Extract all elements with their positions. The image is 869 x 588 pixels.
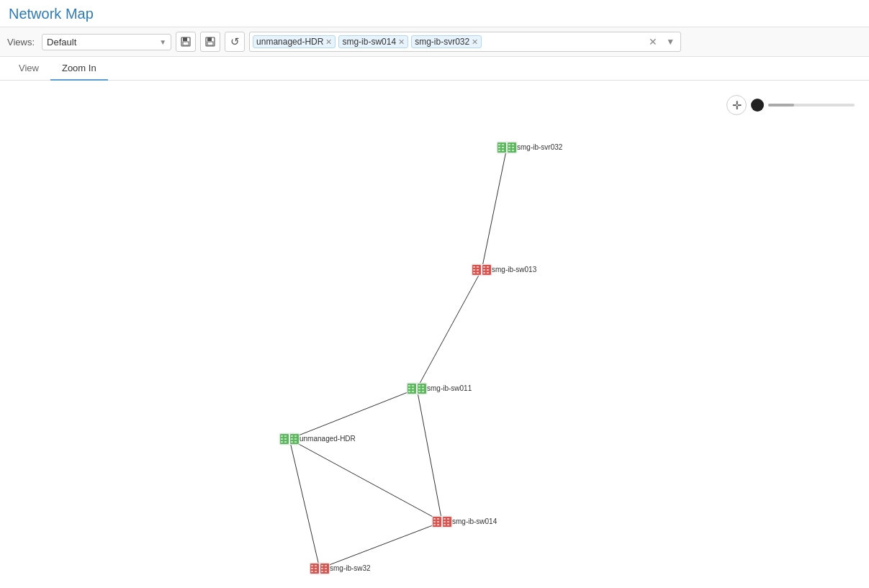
tab-zoom-in[interactable]: Zoom In	[50, 57, 108, 81]
node-smg-ib-sw013[interactable]: smg-ib-sw013	[472, 264, 537, 276]
svg-rect-16	[508, 144, 510, 145]
remove-filter-sw014[interactable]: ✕	[398, 38, 405, 46]
svg-rect-81	[447, 524, 449, 525]
svg-rect-32	[487, 266, 489, 268]
svg-rect-58	[284, 438, 287, 440]
svg-rect-43	[412, 388, 414, 389]
svg-rect-47	[422, 385, 424, 386]
svg-rect-41	[412, 385, 414, 386]
svg-rect-66	[294, 441, 297, 443]
svg-rect-87	[311, 568, 313, 569]
svg-rect-64	[294, 438, 297, 440]
tabs-bar: View Zoom In	[0, 57, 869, 81]
svg-rect-10	[498, 144, 500, 145]
remove-filter-svr032[interactable]: ✕	[472, 38, 478, 46]
svg-rect-74	[433, 524, 436, 525]
svg-text:+: +	[212, 37, 215, 41]
remove-filter-unmanaged[interactable]: ✕	[325, 38, 332, 46]
svg-rect-57	[281, 438, 283, 440]
svg-rect-40	[408, 385, 410, 386]
node-label-smg-ib-sw32: smg-ib-sw32	[330, 564, 371, 572]
svg-rect-55	[281, 435, 283, 437]
svg-rect-89	[311, 571, 313, 572]
node-label-unmanaged-HDR: unmanaged-HDR	[300, 435, 356, 443]
svg-rect-44	[408, 391, 410, 392]
svg-rect-91	[321, 565, 323, 566]
svg-rect-76	[443, 518, 446, 520]
clear-filters-button[interactable]: ✕	[646, 36, 660, 48]
node-unmanaged-HDR[interactable]: unmanaged-HDR	[279, 433, 356, 445]
filter-tag-svr032[interactable]: smg-ib-svr032 ✕	[411, 35, 482, 48]
svg-rect-95	[321, 571, 323, 572]
page-title: Network Map	[0, 0, 869, 27]
node-smg-ib-sw011[interactable]: smg-ib-sw011	[407, 383, 472, 394]
svg-rect-29	[473, 272, 475, 273]
filter-dropdown-icon[interactable]: ▼	[663, 37, 677, 47]
svg-rect-75	[437, 524, 439, 525]
svg-rect-27	[473, 269, 475, 271]
edge-smg-ib-sw011-smg-ib-sw014	[417, 389, 442, 522]
svg-rect-70	[433, 518, 436, 520]
filter-tag-sw014[interactable]: smg-ib-sw014 ✕	[338, 35, 408, 48]
refresh-button[interactable]: ↺	[225, 32, 245, 52]
zoom-slider-track[interactable]	[768, 104, 855, 107]
node-smg-ib-sw32[interactable]: smg-ib-sw32	[310, 563, 371, 574]
svg-rect-56	[284, 435, 287, 437]
pan-icon[interactable]: ✛	[726, 95, 747, 115]
svg-rect-18	[508, 147, 510, 148]
network-map-canvas[interactable]: ✛ smg-ib-svr032smg-ib-sw013smg-ib-sw011u…	[0, 81, 869, 587]
svg-rect-50	[418, 391, 420, 392]
svg-rect-28	[477, 269, 479, 271]
svg-rect-31	[483, 266, 485, 268]
svg-rect-46	[418, 385, 420, 386]
filter-tag-label: smg-ib-sw014	[342, 37, 396, 47]
save-as-icon: +	[205, 37, 215, 47]
svg-rect-61	[291, 435, 293, 437]
filter-bar: unmanaged-HDR ✕ smg-ib-sw014 ✕ smg-ib-sv…	[249, 32, 681, 52]
svg-rect-2	[183, 42, 189, 45]
save-icon	[181, 37, 191, 47]
svg-rect-25	[473, 266, 475, 268]
save-as-button[interactable]: +	[200, 32, 220, 52]
zoom-slider-handle[interactable]	[751, 99, 764, 112]
svg-rect-19	[512, 147, 514, 148]
svg-rect-59	[281, 441, 283, 443]
svg-rect-36	[487, 272, 489, 273]
edge-smg-ib-sw011-unmanaged-HDR	[289, 389, 417, 439]
svg-rect-60	[284, 441, 287, 443]
svg-rect-15	[502, 150, 504, 151]
node-smg-ib-svr032[interactable]: smg-ib-svr032	[497, 142, 563, 153]
svg-rect-17	[512, 144, 514, 145]
chevron-down-icon: ▼	[159, 38, 166, 46]
zoom-control: ✛	[726, 95, 855, 115]
svg-rect-77	[447, 518, 449, 520]
svg-rect-35	[483, 272, 485, 273]
svg-rect-5	[207, 42, 213, 45]
svg-rect-63	[291, 438, 293, 440]
svg-rect-94	[325, 568, 327, 569]
svg-rect-13	[502, 147, 504, 148]
svg-rect-85	[311, 565, 313, 566]
filter-tag-unmanaged[interactable]: unmanaged-HDR ✕	[253, 35, 336, 48]
edge-unmanaged-HDR-smg-ib-sw32	[289, 439, 320, 569]
svg-rect-88	[315, 568, 317, 569]
node-label-smg-ib-sw014: smg-ib-sw014	[452, 517, 497, 525]
tab-view[interactable]: View	[7, 57, 50, 81]
views-value: Default	[47, 37, 76, 48]
refresh-icon: ↺	[230, 35, 240, 48]
svg-rect-30	[477, 272, 479, 273]
svg-rect-48	[418, 388, 420, 389]
views-dropdown[interactable]: Default ▼	[42, 34, 171, 50]
node-label-smg-ib-sw011: smg-ib-sw011	[427, 384, 472, 392]
svg-rect-14	[498, 150, 500, 151]
save-button[interactable]	[176, 32, 196, 52]
svg-rect-86	[315, 565, 317, 566]
svg-rect-51	[422, 391, 424, 392]
svg-rect-80	[443, 524, 446, 525]
svg-rect-11	[502, 144, 504, 145]
svg-rect-92	[325, 565, 327, 566]
network-svg: smg-ib-svr032smg-ib-sw013smg-ib-sw011unm…	[0, 81, 869, 587]
svg-rect-26	[477, 266, 479, 268]
edge-smg-ib-sw014-smg-ib-sw32	[320, 522, 442, 569]
node-smg-ib-sw014[interactable]: smg-ib-sw014	[432, 516, 497, 528]
